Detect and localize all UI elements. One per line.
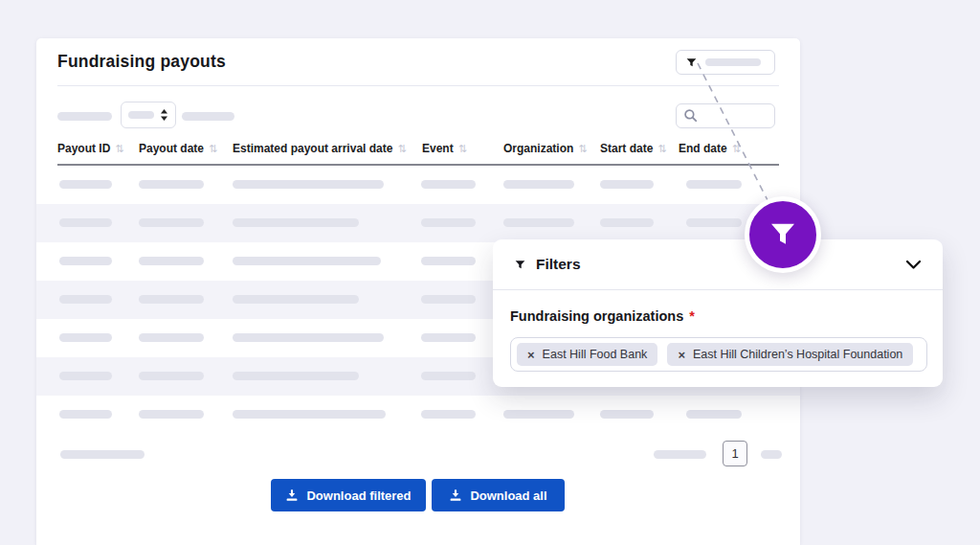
skeleton-summary xyxy=(60,450,145,459)
skeleton-value xyxy=(128,111,154,119)
collapse-panel-button[interactable] xyxy=(905,260,922,270)
skeleton-label xyxy=(57,112,112,121)
rows-per-page-select[interactable] xyxy=(121,102,176,128)
skeleton-bar xyxy=(600,410,654,419)
skeleton-bar xyxy=(421,410,476,419)
stepper-up-down-icon xyxy=(160,109,168,121)
filters-panel-header: Filters xyxy=(493,239,943,290)
search-icon xyxy=(683,108,699,124)
organization-tag: × East Hill Children’s Hospital Foundati… xyxy=(667,343,913,366)
skeleton-bar xyxy=(600,180,654,189)
page-background: Fundraising payouts Payout ID⇅ Pay xyxy=(0,0,980,545)
organizations-multiselect-field[interactable]: × East Hill Food Bank × East Hill Childr… xyxy=(510,337,927,372)
page-number-button[interactable]: 1 xyxy=(723,441,747,466)
chevron-down-icon xyxy=(905,260,922,270)
filters-panel-body: Fundraising organizations* × East Hill F… xyxy=(493,290,943,387)
pagination-next-skeleton xyxy=(761,450,782,459)
skeleton-bar xyxy=(233,372,359,380)
download-all-button[interactable]: Download all xyxy=(432,479,565,511)
search-text-field[interactable] xyxy=(699,108,766,124)
table-row xyxy=(36,166,800,204)
skeleton-bar xyxy=(139,295,204,304)
sort-icon: ⇅ xyxy=(458,143,467,154)
skeleton-bar xyxy=(686,180,742,189)
skeleton-bar xyxy=(421,333,476,342)
organization-tag-label: East Hill Food Bank xyxy=(543,348,648,361)
filters-panel-title: Filters xyxy=(536,256,581,273)
column-header-event[interactable]: Event⇅ xyxy=(422,142,467,155)
skeleton-bar xyxy=(686,410,742,419)
skeleton-bar xyxy=(139,372,204,380)
column-header-organization[interactable]: Organization⇅ xyxy=(503,142,588,155)
organization-tag: × East Hill Food Bank xyxy=(517,343,657,366)
required-marker: * xyxy=(689,308,695,324)
skeleton-bar xyxy=(59,410,112,419)
sort-icon: ⇅ xyxy=(578,143,587,154)
funnel-icon xyxy=(514,259,526,271)
download-icon xyxy=(449,488,462,502)
table-row xyxy=(36,204,800,242)
sort-icon: ⇅ xyxy=(657,143,666,154)
sort-icon: ⇅ xyxy=(115,143,123,154)
fundraising-organizations-label: Fundraising organizations* xyxy=(510,308,927,324)
column-header-payout-date[interactable]: Payout date⇅ xyxy=(139,142,217,155)
skeleton-bar xyxy=(59,372,112,380)
page-title: Fundraising payouts xyxy=(57,52,226,72)
skeleton-bar xyxy=(59,180,112,189)
skeleton-bar xyxy=(139,180,204,189)
skeleton-bar xyxy=(59,257,112,265)
skeleton-bar xyxy=(503,410,574,419)
skeleton-bar xyxy=(139,333,204,342)
divider xyxy=(57,85,779,86)
skeleton-bar xyxy=(233,257,381,265)
skeleton-bar xyxy=(139,218,204,227)
column-header-start-date[interactable]: Start date⇅ xyxy=(600,142,667,155)
filter-toggle-button[interactable] xyxy=(676,50,775,75)
skeleton-bar xyxy=(233,295,359,304)
column-header-payout-id[interactable]: Payout ID⇅ xyxy=(57,142,124,155)
skeleton-bar xyxy=(503,180,574,189)
skeleton-bar xyxy=(600,218,654,227)
skeleton-bar xyxy=(59,333,112,342)
pagination-prev-skeleton xyxy=(654,450,706,459)
skeleton-bar xyxy=(233,410,386,419)
skeleton-bar xyxy=(139,257,204,265)
skeleton-label xyxy=(705,58,761,66)
search-input[interactable] xyxy=(676,103,775,128)
skeleton-bar xyxy=(59,295,112,304)
funnel-icon xyxy=(766,217,800,252)
skeleton-bar xyxy=(233,333,384,342)
column-header-estimated-arrival[interactable]: Estimated payout arrival date⇅ xyxy=(233,142,407,155)
remove-tag-icon[interactable]: × xyxy=(678,349,685,361)
skeleton-label xyxy=(182,112,234,121)
organization-tag-label: East Hill Children’s Hospital Foundation xyxy=(693,348,902,361)
sort-icon: ⇅ xyxy=(397,143,406,154)
skeleton-bar xyxy=(233,218,359,227)
skeleton-bar xyxy=(139,410,204,419)
skeleton-bar xyxy=(421,295,476,304)
funnel-icon xyxy=(685,57,698,69)
table-header-row: Payout ID⇅ Payout date⇅ Estimated payout… xyxy=(36,142,800,161)
skeleton-bar xyxy=(421,180,476,189)
skeleton-bar xyxy=(421,218,476,227)
download-icon xyxy=(285,488,299,502)
column-header-end-date[interactable]: End date⇅ xyxy=(679,142,741,155)
remove-tag-icon[interactable]: × xyxy=(527,349,535,361)
filters-panel: Filters Fundraising organizations* × Eas… xyxy=(493,239,943,387)
download-filtered-button[interactable]: Download filtered xyxy=(271,479,426,511)
skeleton-bar xyxy=(421,372,476,380)
skeleton-bar xyxy=(421,257,476,265)
filter-feature-highlight xyxy=(745,196,821,273)
sort-icon: ⇅ xyxy=(209,143,217,154)
skeleton-bar xyxy=(686,218,742,227)
table-row xyxy=(36,396,800,434)
skeleton-bar xyxy=(59,218,112,227)
skeleton-bar xyxy=(503,218,574,227)
skeleton-bar xyxy=(233,180,384,189)
sort-icon: ⇅ xyxy=(732,143,741,154)
